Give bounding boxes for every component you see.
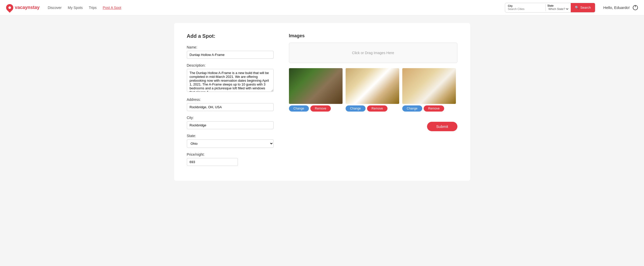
images-title: Images [289,33,457,39]
image-thumb-1 [289,68,343,104]
state-group: State: Ohio Alabama Alaska Arizona Arkan… [187,134,274,148]
remove-button-1[interactable]: Remove [310,105,331,112]
name-group: Name: [187,45,274,59]
navbar: vacaynstay Discover My Spots Trips Post … [0,0,644,15]
city-group: City: [187,116,274,129]
change-button-1[interactable]: Change [289,105,309,112]
nav-discover[interactable]: Discover [48,6,62,10]
name-label: Name: [187,45,274,49]
image-actions-2: Change Remove [346,105,399,112]
change-button-3[interactable]: Change [402,105,422,112]
price-input[interactable] [187,158,238,166]
images-grid: Change Remove Change Remove Change R [289,68,457,112]
description-textarea[interactable]: The Dunlap Hollow A-Frame is a new build… [187,69,274,92]
remove-button-3[interactable]: Remove [424,105,444,112]
nav-links: Discover My Spots Trips Post A Spot [48,6,497,10]
logo-text: vacaynstay [15,5,40,10]
form-card: Add a Spot: Name: Description: The Dunla… [174,23,470,181]
city-search-input[interactable] [508,7,543,10]
image-thumb-3 [402,68,456,104]
form-right: Images Click or Drag Images Here Change … [289,33,457,171]
state-select-input[interactable]: Ohio Alabama Alaska Arizona Arkansas Cal… [187,139,274,148]
search-button-label: Search [580,6,591,9]
image-item-1: Change Remove [289,68,343,112]
power-button[interactable] [633,5,638,10]
dropzone-text: Click or Drag Images Here [352,51,394,55]
city-search-group: City [505,4,546,11]
price-label: Price/night: [187,152,274,156]
form-left: Add a Spot: Name: Description: The Dunla… [187,33,274,171]
price-group: Price/night: [187,152,274,166]
image-actions-1: Change Remove [289,105,343,112]
logo[interactable]: vacaynstay [6,4,40,11]
image-thumb-2 [346,68,399,104]
description-group: Description: The Dunlap Hollow A-Frame i… [187,63,274,93]
form-title: Add a Spot: [187,33,274,39]
state-search-group: State Which State? Ohio California Texas [546,4,571,11]
address-input[interactable] [187,103,274,111]
state-select[interactable]: Which State? Ohio California Texas [547,7,569,11]
nav-my-spots[interactable]: My Spots [68,6,83,10]
nav-trips[interactable]: Trips [89,6,97,10]
nav-post-spot[interactable]: Post A Spot [103,6,121,10]
address-label: Address: [187,98,274,102]
image-item-3: Change Remove [402,68,456,112]
city-label: City [508,5,543,7]
description-label: Description: [187,63,274,67]
change-button-2[interactable]: Change [346,105,366,112]
image-actions-3: Change Remove [402,105,456,112]
logo-icon [5,3,15,13]
page-container: Add a Spot: Name: Description: The Dunla… [169,15,475,188]
search-icon: 🔍 [575,6,579,9]
search-button[interactable]: 🔍 Search [571,3,595,13]
city-label: City: [187,116,274,120]
city-input[interactable] [187,121,274,129]
state-label: State [547,4,569,7]
state-label: State: [187,134,274,138]
search-bar: City State Which State? Ohio California … [505,3,595,13]
user-greeting: Hello, Eduardo! [603,5,630,10]
image-dropzone[interactable]: Click or Drag Images Here [289,43,457,63]
remove-button-2[interactable]: Remove [367,105,388,112]
submit-button[interactable]: Submit [427,122,457,131]
submit-row: Submit [289,122,457,131]
image-item-2: Change Remove [346,68,399,112]
address-group: Address: [187,98,274,111]
name-input[interactable] [187,51,274,59]
user-greeting-area: Hello, Eduardo! [603,5,638,10]
